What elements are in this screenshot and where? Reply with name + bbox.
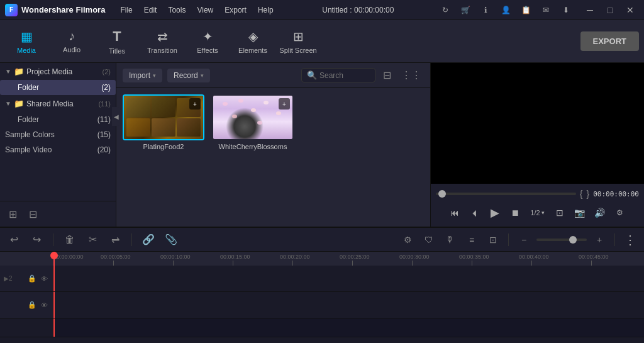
message-icon[interactable]: ✉ (538, 3, 553, 18)
magnet-button[interactable]: 📎 (162, 231, 180, 249)
minimize-button[interactable]: ─ (581, 4, 599, 16)
ruler-mark-8: 00:00:40:00 (531, 261, 591, 266)
add-media-button[interactable]: ⊞ (5, 206, 20, 222)
zoom-in-button[interactable]: + (591, 231, 608, 249)
frame-back-button[interactable]: ⏴ (466, 204, 484, 222)
record-dropdown[interactable]: Record ▾ (167, 69, 210, 82)
close-button[interactable]: ✕ (621, 4, 639, 16)
track-row-1: ▶2 🔒 👁 (0, 266, 644, 292)
adjust-button[interactable]: ⇌ (106, 231, 124, 249)
filter-button[interactable]: ⊟ (380, 67, 394, 84)
grid-view-button[interactable]: ⋮⋮ (399, 67, 424, 84)
zoom-out-button[interactable]: − (515, 231, 533, 249)
ruler-label-3: 00:00:15:00 (220, 254, 250, 260)
toolbar-separator-4 (614, 233, 615, 246)
more-options-button[interactable]: ⋮ (621, 231, 639, 249)
settings-preview-button[interactable]: ⚙ (611, 204, 629, 222)
ruler-mark-4: 00:00:20:00 (292, 261, 352, 266)
media-grid: + PlatingFood2 + (116, 88, 430, 227)
shared-media-section: ▼ 📁 Shared Media (11) Folder (11) (0, 95, 116, 127)
track-area-3[interactable] (53, 318, 644, 337)
track-lock-button-1[interactable]: 🔒 (27, 274, 37, 284)
track-lock-button-2[interactable]: 🔒 (27, 300, 37, 310)
project-media-folder[interactable]: Folder (2) (0, 80, 116, 95)
track-area-1[interactable] (53, 266, 644, 291)
toolbar-audio[interactable]: ♪ Audio (50, 23, 93, 60)
download-icon[interactable]: ⬇ (558, 3, 574, 18)
volume-button[interactable]: 🔊 (591, 204, 609, 222)
fullscreen-button[interactable]: ⊡ (551, 204, 569, 222)
panel-collapse-arrow[interactable]: ◀ (112, 107, 116, 126)
app-name: Wondershare Filmora (21, 5, 105, 14)
cherryblossoms-add-icon[interactable]: + (279, 98, 290, 110)
mic-button[interactable]: 🎙 (441, 231, 459, 249)
redo-button[interactable]: ↪ (28, 231, 45, 249)
petal-1 (223, 102, 228, 106)
progress-thumb[interactable] (438, 190, 446, 198)
menu-export[interactable]: Export (219, 3, 252, 17)
menu-help[interactable]: Help (253, 3, 279, 17)
ruler-label-6: 00:00:30:00 (399, 254, 430, 260)
menu-view[interactable]: View (192, 3, 218, 17)
track-visibility-button-1[interactable]: 👁 (39, 274, 49, 284)
remove-media-button[interactable]: ⊟ (25, 206, 40, 222)
toolbar-separator-2 (131, 233, 132, 246)
shared-media-header[interactable]: ▼ 📁 Shared Media (11) (0, 95, 116, 112)
food-cell-6 (177, 118, 201, 137)
menu-edit[interactable]: Edit (139, 3, 162, 17)
account-icon[interactable]: 👤 (498, 3, 513, 18)
platingfood2-label: PlatingFood2 (143, 143, 184, 150)
menu-tools[interactable]: Tools (163, 3, 191, 17)
toolbar-titles[interactable]: T Titles (96, 23, 138, 60)
snap-button[interactable]: 🔗 (140, 231, 157, 249)
shared-media-folder[interactable]: Folder (11) (0, 112, 116, 127)
cut-button[interactable]: ✂ (84, 231, 101, 249)
search-input[interactable] (319, 71, 370, 80)
undo-button[interactable]: ↩ (5, 231, 23, 249)
project-media-count: (2) (103, 68, 111, 76)
skip-back-button[interactable]: ⏮ (446, 204, 464, 222)
shared-media-chevron: ▼ (5, 100, 11, 107)
sample-colors-item[interactable]: Sample Colors (15) (0, 127, 116, 142)
project-media-header[interactable]: ▼ 📁 Project Media (2) (0, 63, 116, 80)
text-overlay-button[interactable]: ≡ (463, 231, 480, 249)
collapse-chevron-icon: ◀ (114, 113, 116, 120)
delete-button[interactable]: 🗑 (61, 231, 79, 249)
toolbar-media[interactable]: ▦ Media (5, 23, 48, 60)
project-media-chevron: ▼ (5, 68, 11, 75)
import-dropdown[interactable]: Import ▾ (123, 69, 162, 82)
play-button[interactable]: ▶ (486, 204, 504, 222)
ruler-label-0: 00:00:00:00 (53, 254, 84, 260)
toolbar-splitscreen[interactable]: ⊞ Split Screen (277, 23, 319, 60)
export-button[interactable]: EXPORT (580, 31, 639, 51)
pip-button[interactable]: ⊡ (484, 231, 502, 249)
sync-icon[interactable]: ↻ (438, 3, 453, 18)
settings-timeline-button[interactable]: ⚙ (399, 231, 416, 249)
ratio-selector[interactable]: 1/2 ▾ (526, 208, 548, 218)
titlebar: F Wondershare Filmora File Edit Tools Vi… (0, 0, 644, 20)
media-item-platingfood2[interactable]: + PlatingFood2 (123, 94, 204, 220)
track-visibility-button-2[interactable]: 👁 (39, 300, 49, 310)
track-area-2[interactable] (53, 292, 644, 318)
toolbar-effects[interactable]: ✦ Effects (186, 23, 229, 60)
cart-icon[interactable]: 🛒 (458, 3, 473, 18)
menu-file[interactable]: File (115, 3, 137, 17)
shield-button[interactable]: 🛡 (420, 231, 438, 249)
progress-bar-container: { } 00:00:00:00 (436, 186, 639, 201)
progress-track[interactable] (436, 193, 576, 195)
main-area: ▼ 📁 Project Media (2) Folder (2) ▼ 📁 Sha… (0, 63, 644, 227)
info-icon[interactable]: ℹ (478, 3, 493, 18)
screenshot-button[interactable]: 📷 (571, 204, 589, 222)
bracket-left-icon[interactable]: { (580, 189, 583, 199)
maximize-button[interactable]: □ (601, 4, 619, 16)
toolbar-elements[interactable]: ◈ Elements (231, 23, 274, 60)
bookmark-icon[interactable]: 📋 (518, 3, 533, 18)
search-box[interactable]: 🔍 (301, 68, 375, 82)
stop-button[interactable]: ⏹ (506, 204, 524, 222)
bracket-right-icon[interactable]: } (586, 189, 589, 199)
sample-video-item[interactable]: Sample Video (20) (0, 142, 116, 157)
media-item-cherryblossoms[interactable]: + WhiteCherryBlossoms (212, 94, 294, 220)
zoom-slider[interactable] (536, 239, 587, 241)
platingfood2-add-icon[interactable]: + (189, 98, 201, 110)
toolbar-transition[interactable]: ⇄ Transition (141, 23, 184, 60)
